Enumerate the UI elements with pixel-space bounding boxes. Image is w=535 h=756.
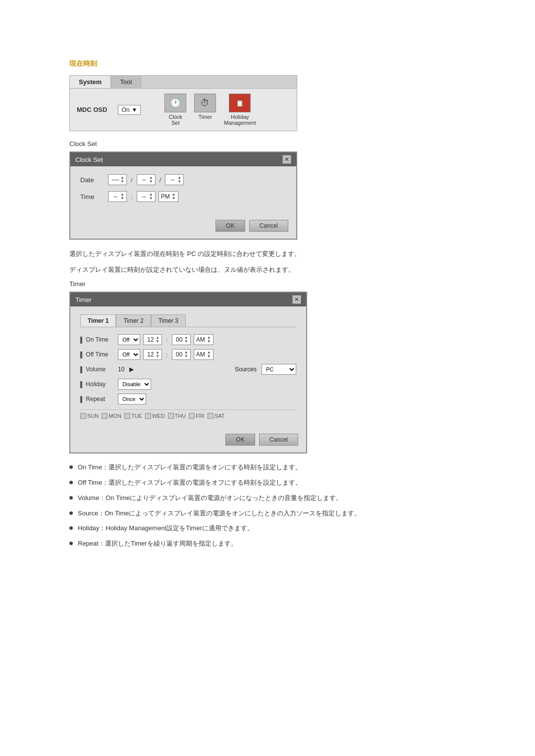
off-time-row: Off Time Off 12 ▲▼ : 00 ▲▼ AM ▲▼ xyxy=(80,349,296,360)
clock-set-cancel-button[interactable]: Cancel xyxy=(249,220,288,232)
bullet-dot-4 xyxy=(69,511,73,515)
timer-tab-3[interactable]: Timer 3 xyxy=(151,314,186,327)
clock-set-dialog: Clock Set ✕ Date ---- ▲▼ / -- ▲▼ / -- ▲▼ xyxy=(69,151,297,240)
date-arrows3[interactable]: ▲▼ xyxy=(177,176,181,184)
time-ampm-box[interactable]: PM ▲▼ xyxy=(159,191,178,202)
list-item: Volume：On Timeによりディスプレイ装置の電源がオンになったときの音量… xyxy=(69,493,466,504)
timer-close-button[interactable]: ✕ xyxy=(292,295,301,304)
off-hour-spinbox[interactable]: 12 ▲▼ xyxy=(143,349,162,360)
off-min-spinbox[interactable]: 00 ▲▼ xyxy=(172,349,191,360)
volume-label: Volume xyxy=(80,366,115,373)
date-spinbox-3[interactable]: -- ▲▼ xyxy=(165,174,184,185)
mdc-osd-label: MDC OSD xyxy=(77,106,107,113)
timer-dialog-wrapper: Timer ✕ Timer 1 Timer 2 Timer 3 On Time … xyxy=(69,292,466,454)
on-ampm-box[interactable]: AM ▲▼ xyxy=(194,334,214,345)
day-thu-checkbox[interactable] xyxy=(168,413,174,419)
time-val2: -- xyxy=(139,193,149,200)
bullet-list: On Time：選択したディスプレイ装置の電源をオンにする時刻を設定します。 O… xyxy=(69,462,466,549)
clock-set-icon-label: ClockSet xyxy=(169,114,183,126)
bullet-dot-2 xyxy=(69,481,73,484)
day-fri-checkbox[interactable] xyxy=(189,413,195,419)
repeat-label: Repeat xyxy=(80,396,115,403)
off-ampm: AM xyxy=(196,351,205,358)
list-item: Holiday：Holiday Management設定をTimerに適用できま… xyxy=(69,523,466,534)
list-item: Source：On Timeによってディスプレイ装置の電源をオンにしたときの入力… xyxy=(69,508,466,519)
clock-set-icon-item[interactable]: 🕐 ClockSet xyxy=(164,94,186,126)
repeat-select[interactable]: Once xyxy=(118,394,146,404)
clock-set-title-bar: Clock Set ✕ xyxy=(70,152,296,166)
tab-tool[interactable]: Tool xyxy=(111,76,141,88)
date-spinbox-2[interactable]: -- ▲▼ xyxy=(137,174,156,185)
time-arrows2[interactable]: ▲▼ xyxy=(149,193,153,201)
mdc-osd-select[interactable]: On ▼ xyxy=(118,105,141,115)
bullet-text-4: Source：On Timeによってディスプレイ装置の電源をオンにしたときの入力… xyxy=(78,508,361,519)
clock-set-close-button[interactable]: ✕ xyxy=(282,155,291,164)
off-time-status-select[interactable]: Off xyxy=(118,349,140,360)
date-arrows1[interactable]: ▲▼ xyxy=(120,176,124,184)
tab-system[interactable]: System xyxy=(70,76,111,88)
day-row: SUN MON TUE WED THU xyxy=(80,409,296,422)
holiday-select[interactable]: Disable xyxy=(118,379,151,390)
mdc-tabs: System Tool xyxy=(70,76,297,89)
time-spinbox-2[interactable]: -- ▲▼ xyxy=(137,191,156,202)
clock-set-dialog-title: Clock Set xyxy=(75,156,103,163)
timer-ok-button[interactable]: OK xyxy=(225,434,255,446)
day-sat-checkbox[interactable] xyxy=(208,413,214,419)
off-time-bar xyxy=(80,352,82,358)
day-wed-checkbox[interactable] xyxy=(145,413,151,419)
day-tue-label: TUE xyxy=(131,413,142,419)
clock-set-footer: OK Cancel xyxy=(70,216,296,239)
bullet-text-3: Volume：On Timeによりディスプレイ装置の電源がオンになったときの音量… xyxy=(78,493,343,504)
on-hour-spinbox[interactable]: 12 ▲▼ xyxy=(143,334,162,345)
off-ampm-box[interactable]: AM ▲▼ xyxy=(194,349,214,360)
date-sep1: / xyxy=(131,176,133,184)
day-mon-label: MON xyxy=(108,413,121,419)
timer-icon-item[interactable]: ⏱ Timer xyxy=(194,94,216,126)
timer-footer: OK Cancel xyxy=(70,430,306,453)
day-thu-label: THU xyxy=(175,413,186,419)
holiday-row: Holiday Disable xyxy=(80,379,296,390)
volume-play-icon[interactable]: ▶ xyxy=(129,366,134,373)
desc-text-2: ディスプレイ装置に時刻が設定されていない場合は、ヌル値が表示されます。 xyxy=(69,264,466,275)
on-time-label: On Time xyxy=(80,336,115,344)
day-sun-label: SUN xyxy=(87,413,99,419)
timer-tab-2[interactable]: Timer 2 xyxy=(116,314,151,327)
date-row: Date ---- ▲▼ / -- ▲▼ / -- ▲▼ xyxy=(80,174,286,185)
timer-cancel-button[interactable]: Cancel xyxy=(259,434,298,446)
clock-set-dialog-body: Date ---- ▲▼ / -- ▲▼ / -- ▲▼ Time xyxy=(70,166,296,216)
section-title: 現在時刻 xyxy=(69,59,466,68)
time-ampm: PM xyxy=(161,193,170,200)
date-arrows2[interactable]: ▲▼ xyxy=(149,176,153,184)
day-fri: FRI xyxy=(189,413,205,419)
on-time-status-select[interactable]: Off xyxy=(118,334,140,345)
volume-row: Volume 10 ▶ Sources PC xyxy=(80,364,296,375)
timer-icon: ⏱ xyxy=(194,94,216,112)
time-arrows1[interactable]: ▲▼ xyxy=(120,193,124,201)
time-val1: -- xyxy=(110,193,120,200)
holiday-icon: 📋 xyxy=(229,94,251,112)
day-mon-checkbox[interactable] xyxy=(102,413,107,419)
holiday-label: Holiday xyxy=(80,381,115,388)
holiday-icon-item[interactable]: 📋 HolidayManagement xyxy=(224,94,256,126)
off-time-colon: : xyxy=(166,351,168,358)
day-wed: WED xyxy=(145,413,165,419)
bullet-text-2: Off Time：選択したディスプレイ装置の電源をオフにする時刻を設定します。 xyxy=(78,478,302,488)
sources-select[interactable]: PC xyxy=(262,364,296,375)
day-mon: MON xyxy=(102,413,121,419)
day-tue-checkbox[interactable] xyxy=(124,413,130,419)
desc-text-1: 選択したディスプレイ装置の現在時刻を PC の設定時刻に合わせて変更します。 xyxy=(69,249,466,259)
time-sep: : xyxy=(131,193,133,201)
list-item: On Time：選択したディスプレイ装置の電源をオンにする時刻を設定します。 xyxy=(69,462,466,473)
date-spinbox-1[interactable]: ---- ▲▼ xyxy=(108,174,127,185)
on-min-spinbox[interactable]: 00 ▲▼ xyxy=(172,334,191,345)
timer-dialog: Timer ✕ Timer 1 Timer 2 Timer 3 On Time … xyxy=(69,292,307,454)
timer-tab-1[interactable]: Timer 1 xyxy=(80,314,116,327)
day-sat: SAT xyxy=(208,413,225,419)
clock-set-ok-button[interactable]: OK xyxy=(215,220,245,232)
day-sun-checkbox[interactable] xyxy=(80,413,86,419)
on-time-row: On Time Off 12 ▲▼ : 00 ▲▼ AM ▲▼ xyxy=(80,334,296,345)
time-spinbox-1[interactable]: -- ▲▼ xyxy=(108,191,127,202)
time-ampm-arrows[interactable]: ▲▼ xyxy=(172,193,176,201)
day-tue: TUE xyxy=(124,413,142,419)
time-label: Time xyxy=(80,193,105,201)
